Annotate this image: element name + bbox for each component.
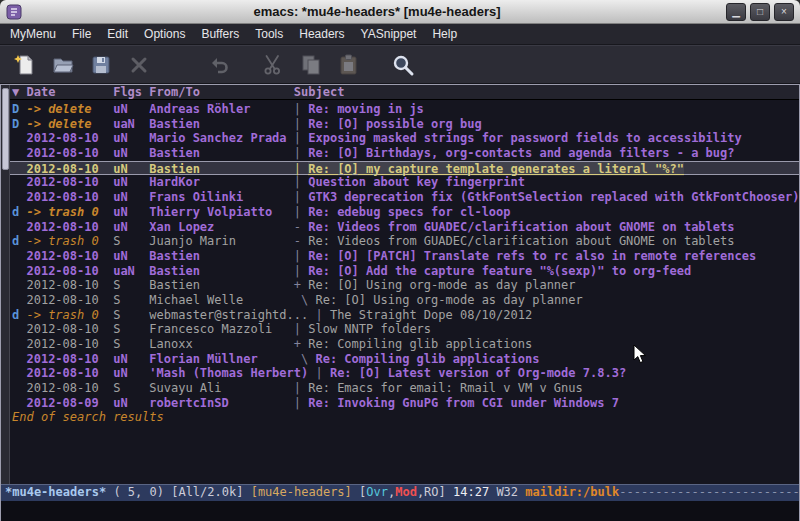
menu-yasnippet[interactable]: YASnippet (353, 24, 425, 44)
message-flags: uN (113, 102, 149, 116)
modeline-segment-plain: ( 5, 0) (106, 485, 171, 499)
message-subject: Re: Videos from GUADEC/clarification abo… (308, 234, 734, 248)
thread-separator: | (294, 322, 308, 336)
mark-flag: d (12, 308, 26, 322)
thread-separator: | (294, 102, 308, 116)
message-row[interactable]: 2012-08-10 S Michael Welle \ Re: [O] Usi… (12, 293, 799, 308)
message-flags: uN (113, 249, 149, 263)
message-subject: Re: Videos from GUADEC/clarification abo… (308, 220, 734, 234)
window-controls: ▁ □ × (726, 3, 794, 21)
message-flags: uaN (113, 264, 149, 278)
message-row[interactable]: 2012-08-10 uN Bastien | Re: [O] my captu… (1, 161, 799, 176)
thread-separator: | (294, 381, 308, 395)
message-from: Bastien (149, 264, 294, 278)
message-list: D -> delete uN Andreas Röhler | Re: movi… (1, 100, 799, 484)
message-row[interactable]: 2012-08-10 S Lanoxx + Re: Compiling glib… (12, 337, 799, 352)
mark-flag: d (12, 205, 26, 219)
column-header-sort[interactable]: ▼ (12, 85, 26, 99)
new-file-button[interactable] (10, 50, 40, 80)
column-header-from[interactable]: From/To (149, 85, 294, 99)
message-flags: uN (113, 352, 149, 366)
message-row[interactable]: 2012-08-10 uN Mario Sanchez Prada | Expo… (12, 131, 799, 146)
message-flags: uN (113, 146, 149, 160)
search-button[interactable] (388, 50, 418, 80)
thread-separator: | (294, 146, 308, 160)
message-row[interactable]: 2012-08-10 uN HardKor | Question about k… (12, 175, 799, 190)
message-flags: uN (113, 366, 149, 380)
message-row[interactable]: 2012-08-10 uN Bastien | Re: [O] [PATCH] … (12, 249, 799, 264)
thread-separator: | (315, 366, 329, 380)
thread-separator: - (294, 234, 308, 248)
thread-separator: | (294, 162, 308, 176)
message-row[interactable]: d -> trash 0 S Juanjo Marin - Re: Videos… (12, 234, 799, 249)
message-row[interactable]: d -> trash 0 S webmaster@straightd... | … (12, 308, 799, 323)
mark-action: -> delete (26, 102, 113, 116)
message-from: Mario Sanchez Prada (149, 131, 294, 145)
message-row[interactable]: 2012-08-10 uaN Bastien | Re: [O] Add the… (12, 264, 799, 279)
column-header-date[interactable]: Date (26, 85, 113, 99)
menu-help[interactable]: Help (424, 24, 465, 44)
modeline-segment-dashes: ---------------------------------------- (619, 485, 799, 499)
message-row[interactable]: 2012-08-10 S Bastien + Re: [O] Using org… (12, 278, 799, 293)
menu-file[interactable]: File (64, 24, 99, 44)
search-icon (391, 53, 415, 77)
message-flags: S (113, 293, 149, 307)
thread-separator: \ (294, 293, 316, 307)
menu-tools[interactable]: Tools (247, 24, 291, 44)
message-row[interactable]: 2012-08-10 uN Xan Lopez - Re: Videos fro… (12, 220, 799, 235)
message-flags: uaN (113, 117, 149, 131)
column-header-subject[interactable]: Subject (294, 85, 345, 99)
mark-flag (12, 220, 26, 234)
mark-flag: D (12, 102, 26, 116)
mark-flag (12, 352, 26, 366)
scrollbar-track[interactable] (1, 85, 10, 484)
message-row[interactable]: D -> delete uN Andreas Röhler | Re: movi… (12, 102, 799, 117)
minibuffer (1, 501, 799, 521)
mode-line: *mu4e-headers* ( 5, 0) [All/2.0k] [mu4e-… (1, 484, 799, 501)
message-row[interactable]: D -> delete uaN Bastien | Re: [O] possib… (12, 117, 799, 132)
message-row[interactable]: 2012-08-10 uN 'Mash (Thomas Herbert) | R… (12, 366, 799, 381)
copy-button (296, 50, 326, 80)
menu-options[interactable]: Options (136, 24, 193, 44)
message-flags: S (113, 381, 149, 395)
message-flags: uN (113, 131, 149, 145)
scrollbar-thumb[interactable] (2, 88, 9, 170)
thread-separator: - (294, 220, 308, 234)
message-subject: Re: [O] Using org-mode as day planner (308, 278, 575, 292)
close-button[interactable]: × (774, 3, 794, 21)
menu-buffers[interactable]: Buffers (193, 24, 247, 44)
thread-separator: | (294, 190, 308, 204)
message-date: 2012-08-10 (26, 146, 113, 160)
menu-headers[interactable]: Headers (291, 24, 352, 44)
frame-body: ▼ Date Flgs From/To Subject D -> delete … (0, 84, 800, 521)
modeline-segment-folder: maildir:/bulk (525, 485, 619, 499)
minimize-button[interactable]: ▁ (726, 3, 746, 21)
undo-icon (207, 53, 231, 77)
modeline-segment-buffer: *mu4e-headers* (5, 485, 106, 499)
message-flags: uN (113, 205, 149, 219)
title-bar: emacs: *mu4e-headers* [mu4e-headers] ▁ □… (0, 0, 800, 24)
message-row[interactable]: 2012-08-10 S Suvayu Ali | Re: Emacs for … (12, 381, 799, 396)
message-row[interactable]: 2012-08-10 S Francesco Mazzoli | Slow NN… (12, 322, 799, 337)
open-file-button[interactable] (48, 50, 78, 80)
modeline-segment-time: 14:27 (453, 485, 496, 499)
end-of-results: End of search results (12, 410, 799, 425)
modeline-segment-ovr: Ovr (366, 485, 388, 499)
menu-mymenu[interactable]: MyMenu (2, 24, 64, 44)
maximize-button[interactable]: □ (750, 3, 770, 21)
message-row[interactable]: d -> trash 0 uN Thierry Volpiatto | Re: … (12, 205, 799, 220)
mark-action: -> trash 0 (26, 234, 113, 248)
thread-separator: | (315, 308, 329, 322)
message-subject: The Straight Dope 08/10/2012 (330, 308, 532, 322)
column-header-flags[interactable]: Flgs (113, 85, 149, 99)
mark-flag (12, 264, 26, 278)
message-row[interactable]: 2012-08-10 uN Frans Oilinki | GTK3 depre… (12, 190, 799, 205)
message-row[interactable]: 2012-08-09 uN robertcInSD | Re: Invoking… (12, 396, 799, 411)
menu-bar: MyMenuFileEditOptionsBuffersToolsHeaders… (0, 24, 800, 45)
message-row[interactable]: 2012-08-10 uN Florian Müllner \ Re: Comp… (12, 352, 799, 367)
save-button[interactable] (86, 50, 116, 80)
message-from: Juanjo Marin (149, 234, 294, 248)
message-from: robertcInSD (149, 396, 294, 410)
menu-edit[interactable]: Edit (99, 24, 136, 44)
message-row[interactable]: 2012-08-10 uN Bastien | Re: [O] Birthday… (12, 146, 799, 161)
